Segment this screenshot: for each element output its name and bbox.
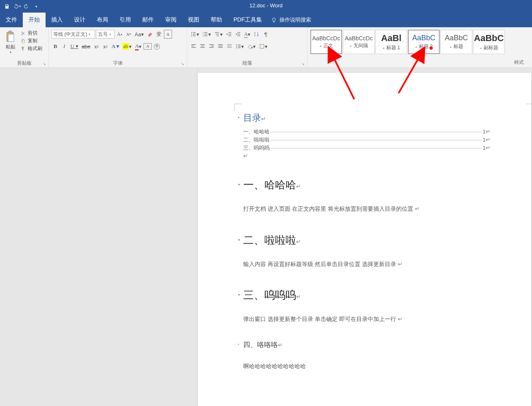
italic-button[interactable]: I [60,42,68,51]
shrink-font-button[interactable]: A▾ [124,30,133,39]
ribbon-tabs: 文件 开始 插入 设计 布局 引用 邮件 审阅 视图 帮助 PDF工具集 操作说… [0,13,532,27]
group-label-font: 字体 [51,60,184,68]
save-button[interactable] [2,2,11,11]
style-card[interactable]: AaBbC₊ 标题 2 [408,30,440,54]
tab-layout[interactable]: 布局 [91,13,114,27]
group-launcher-paragraph[interactable]: ↘ [301,62,306,67]
svg-rect-21 [215,32,219,33]
style-card[interactable]: AaBbC₊ 标题 [440,30,472,54]
indent-increase-icon [235,31,241,37]
tab-view[interactable]: 视图 [182,13,205,27]
asian-layout-button[interactable]: A▾ [243,30,252,39]
toc-entry[interactable]: 三、呜呜呜1↵ [243,144,491,152]
tab-insert[interactable]: 插入 [46,13,68,27]
decrease-indent-button[interactable] [225,30,233,39]
tab-help[interactable]: 帮助 [205,13,228,27]
numbering-button[interactable]: 123▾ [201,30,212,39]
svg-rect-8 [22,48,23,50]
highlight-button[interactable]: ab▾ [121,42,133,51]
svg-rect-33 [191,46,194,46]
tab-design[interactable]: 设计 [68,13,91,27]
font-name-combo[interactable]: 等线 (中文正文) [51,30,95,39]
format-painter-button[interactable]: 格式刷 [20,45,42,52]
page-corner [526,104,532,111]
strikethrough-button[interactable]: abe [81,42,92,51]
group-styles: AaBbCcDc₊ 正文AaBbCcDc₊ 无间隔AaBl₊ 标题 1AaBbC… [307,27,532,68]
svg-rect-47 [238,45,240,45]
align-right-button[interactable] [207,42,216,51]
text-effects-button[interactable]: A ▾ [110,42,120,51]
cut-button[interactable]: 剪切 [20,30,42,37]
subscript-button[interactable]: x2 [92,42,100,51]
tab-references[interactable]: 引用 [114,13,137,27]
svg-rect-6 [23,40,25,43]
toc-entry[interactable]: 一、哈哈哈1↵ [243,128,491,135]
phonetic-guide-button[interactable]: 变 [155,30,163,39]
line-spacing-button[interactable]: ▾ [234,42,245,51]
tab-mailings[interactable]: 邮件 [137,13,159,27]
group-clipboard: 粘贴 ▾ 剪切 复制 格式刷 剪贴板 ↘ [0,27,49,68]
page-canvas[interactable]: 目录↵ 一、哈哈哈1↵二、啦啦啦1↵三、呜呜呜1↵ ↵ 一、哈哈哈↵打开文档 进… [198,68,532,406]
align-center-button[interactable] [198,42,207,51]
svg-rect-34 [191,47,196,48]
paint-bucket-icon [247,44,253,49]
document-page[interactable]: 目录↵ 一、哈哈哈1↵二、啦啦啦1↵三、呜呜呜1↵ ↵ 一、哈哈哈↵打开文档 进… [198,73,531,406]
increase-indent-button[interactable] [234,30,242,39]
sort-icon: AZ [254,31,259,37]
svg-rect-51 [260,44,264,48]
align-justify-button[interactable] [216,42,225,51]
tab-home[interactable]: 开始 [23,13,46,27]
svg-rect-22 [216,34,219,34]
group-launcher-clipboard[interactable]: ↘ [43,62,48,67]
copy-icon [20,39,26,44]
change-case-button[interactable]: Aa▾ [133,30,145,39]
paste-icon [5,31,16,44]
paste-button[interactable]: 粘贴 ▾ [2,29,19,54]
toc-entry[interactable]: 二、啦啦啦1↵ [243,136,491,144]
superscript-button[interactable]: x2 [101,42,109,51]
svg-rect-29 [238,36,240,36]
character-shading-button[interactable]: A [144,43,152,50]
page-corner [234,104,242,111]
paragraph-mark: ↵ [243,153,491,159]
svg-rect-28 [238,34,240,34]
redo-button[interactable] [22,2,31,11]
svg-rect-7 [22,47,24,48]
show-marks-button[interactable]: ¶ [262,30,270,39]
svg-rect-10 [193,32,196,33]
svg-text:Z: Z [254,34,256,37]
copy-button[interactable]: 复制 [20,37,42,44]
svg-rect-46 [227,47,231,48]
enclose-characters-button[interactable]: A [164,30,172,39]
qat-customize[interactable]: ▾ [32,2,41,11]
style-card[interactable]: AaBbC₊ 副标题 [473,30,505,54]
align-left-button[interactable] [190,42,198,51]
shading-button[interactable]: ▾ [246,42,257,51]
clear-formatting-button[interactable] [146,30,154,39]
body-text: 啊哈哈哈哈哈哈哈哈哈哈 [243,361,491,372]
borders-button[interactable]: ▾ [258,42,269,51]
style-card[interactable]: AaBbCcDc₊ 无间隔 [343,30,375,54]
style-card[interactable]: AaBbCcDc₊ 正文 [310,30,342,54]
grow-font-button[interactable]: A▴ [116,30,124,39]
tell-me-search[interactable]: 操作说明搜索 [268,13,311,27]
svg-rect-39 [211,46,214,46]
tab-pdf[interactable]: PDF工具集 [228,13,268,27]
font-color-button[interactable]: A▾ [134,42,143,51]
bullets-button[interactable]: ▾ [190,30,201,39]
undo-button[interactable]: ▾ [12,2,21,11]
multilevel-button[interactable]: ▾ [213,30,224,39]
underline-button[interactable]: U ▾ [69,42,80,51]
group-launcher-font[interactable]: ↘ [181,62,186,67]
sort-button[interactable]: AZ [253,30,261,39]
bold-button[interactable]: B [51,42,59,51]
enclose-button[interactable]: 字 [153,42,161,51]
distributed-button[interactable] [225,42,233,51]
tab-review[interactable]: 审阅 [159,13,182,27]
tab-file[interactable]: 文件 [0,13,23,27]
svg-rect-44 [227,44,231,45]
svg-rect-23 [217,36,219,36]
style-card[interactable]: AaBl₊ 标题 1 [375,30,407,54]
styles-gallery[interactable]: AaBbCcDc₊ 正文AaBbCcDc₊ 无间隔AaBl₊ 标题 1AaBbC… [310,29,505,56]
font-size-combo[interactable]: 五号 [96,30,115,39]
